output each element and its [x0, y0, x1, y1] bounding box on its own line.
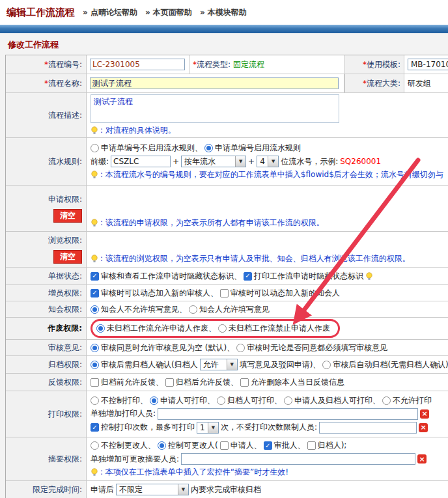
dropdown-arrow-icon [178, 484, 188, 495]
checkbox-feedback-after-archive[interactable] [165, 378, 174, 387]
summary-extra-users-input[interactable] [181, 453, 415, 465]
apply-permission-cell: : 该流程的申请权限，为空表示所有人都有申请该工作流的权限。 [87, 186, 448, 231]
apply-permission-clear-button[interactable]: 清空 [53, 209, 82, 223]
apply-permission-hint: : 该流程的申请权限，为空表示所有人都有申请该工作流的权限。 [91, 217, 448, 228]
row-archive-permission: 归档权限: 审核后需归档人确认(归档人 允许 填写意见及驳回申请)、 审核后自动… [6, 356, 448, 374]
clear-field-icon[interactable]: × [419, 423, 428, 432]
review-opinion-cell: 审核同意时允许审核意见为空 (默认)、 审核时无论是否同意都必须填写审核意见 [87, 340, 448, 355]
row-flow-number: *流程编号: *流程类型: 固定流程 *使用模板: MB-170100 [6, 55, 448, 74]
summary-permission-hint: : 本项仅在工作流表单中插入了宏控件“摘要”时才生效! [91, 467, 448, 478]
summary-permission-cell: 不控制更改人、 控制可更改人( 申请人、 审批人、 归档人); 单独增加可更改摘… [87, 437, 448, 480]
review-opinion-label: 审核意见: [6, 340, 87, 355]
checkbox-hide-status-on-print[interactable] [244, 272, 252, 281]
browse-permission-hint: : 该流程的浏览权限，为空表示只有申请人及审批、知会、归档人有浏览该工作流的权限… [91, 253, 448, 264]
hint-bulb-icon [91, 255, 98, 263]
archive-allow-select[interactable]: 允许 [200, 359, 238, 370]
clear-field-icon[interactable]: × [420, 409, 429, 419]
flow-number-cell [87, 55, 189, 74]
radio-review-must-fill[interactable] [236, 344, 245, 352]
page-header: 编辑工作流流程 » 点晴论坛帮助 » 本页面帮助 » 本模块帮助 [0, 0, 448, 25]
serial-rule-cell: 申请单编号不启用流水规则、 申请单编号启用流水规则 前缀: + 按年流水 + 4… [87, 138, 448, 185]
notify-permission-cell: 知会人不允许填写意见、 知会人允许填写意见 [87, 301, 448, 317]
summary-permission-label: 摘要权限: [6, 437, 87, 480]
checkbox-hide-status-on-review[interactable] [91, 272, 99, 281]
description-cell: 测试子流程 : 对流程的具体说明。 [87, 93, 448, 137]
radio-review-allow-empty[interactable] [91, 344, 99, 352]
doc-status-label: 单据状态: [6, 268, 87, 284]
row-feedback-permission: 反馈权限: 归档前允许反馈、 归档后允许反馈、 允许删除本人当日反馈信息 [6, 374, 448, 391]
print-permission-cell: 不控制打印、 申请人可打印、 归档人可打印、 申请人及归档人可打印、 不允许打印… [87, 391, 448, 437]
radio-serial-off[interactable] [91, 144, 99, 152]
description-textarea[interactable]: 测试子流程 [91, 94, 339, 123]
breadcrumb-page-help[interactable]: » 本页面帮助 [145, 7, 192, 18]
browse-permission-label: 浏览权限: 清空 [6, 232, 87, 267]
checkbox-summary-approver[interactable] [264, 441, 272, 450]
checkbox-summary-archiver[interactable] [307, 441, 316, 450]
row-description: 流程描述: 测试子流程 : 对流程的具体说明。 [6, 93, 448, 138]
description-label: 流程描述: [6, 93, 87, 137]
radio-print-applicant[interactable] [150, 396, 158, 405]
print-unlimited-users-input[interactable] [319, 422, 417, 434]
feedback-permission-label: 反馈权限: [6, 374, 87, 391]
hint-bulb-icon [91, 468, 98, 477]
browse-permission-cell: : 该流程的浏览权限，为空表示只有申请人及审批、知会、归档人有浏览该工作流的权限… [87, 232, 448, 267]
flow-category-cell: 研发组 [404, 74, 448, 92]
breadcrumb-forum-help[interactable]: » 点晴论坛帮助 [83, 7, 137, 18]
serial-digits-select[interactable]: 4 [257, 156, 279, 167]
clear-field-icon[interactable]: × [417, 454, 427, 463]
doc-status-cell: 审核和查看工作流申请时隐藏状态标识、 打印工作流申请时隐藏状态标识 [87, 268, 448, 284]
checkbox-print-count-limit[interactable] [91, 423, 99, 432]
radio-summary-controlled[interactable] [158, 441, 166, 450]
row-doc-status: 单据状态: 审核和查看工作流申请时隐藏状态标识、 打印工作流申请时隐藏状态标识 [6, 268, 448, 285]
template-select[interactable]: MB-170100 [408, 59, 448, 70]
checkbox-add-notified[interactable] [220, 289, 229, 297]
checkbox-summary-applicant[interactable] [220, 441, 229, 450]
checkbox-feedback-delete-own[interactable] [240, 378, 249, 387]
checkbox-add-reviewer[interactable] [91, 289, 99, 297]
breadcrumb-module-help[interactable]: » 本模块帮助 [200, 7, 247, 18]
serial-prefix-input[interactable] [111, 156, 171, 167]
flow-name-cell [87, 74, 344, 92]
flow-number-input[interactable] [90, 59, 185, 70]
row-browse-permission: 浏览权限: 清空 : 该流程的浏览权限，为空表示只有申请人及审批、知会、归档人有… [6, 232, 448, 268]
flow-name-label: *流程名称: [6, 74, 87, 92]
radio-archive-auto[interactable] [322, 361, 331, 369]
radio-print-both[interactable] [284, 396, 292, 405]
time-limit-cell: 申请后 不限定 内要求完成审核归档 [87, 481, 448, 498]
radio-notify-allow-comment[interactable] [189, 305, 197, 314]
row-add-member: 增员权限: 审核时可以动态加入新的审核人、 审核时可以动态加入新的知会人 [6, 285, 448, 301]
edit-workflow-page: 编辑工作流流程 » 点晴论坛帮助 » 本页面帮助 » 本模块帮助 修改工作流程 … [0, 0, 448, 498]
flow-name-input[interactable] [90, 77, 339, 89]
radio-serial-on[interactable] [204, 144, 213, 152]
radio-void-allow[interactable] [96, 324, 105, 333]
row-notify-permission: 知会权限: 知会人不允许填写意见、 知会人允许填写意见 [6, 301, 448, 318]
dropdown-arrow-icon [208, 422, 218, 433]
radio-print-forbid[interactable] [382, 396, 391, 405]
print-count-select[interactable]: 1 [197, 422, 219, 434]
radio-print-archiver[interactable] [217, 396, 225, 405]
row-serial-rule: 流水规则: 申请单编号不启用流水规则、 申请单编号启用流水规则 前缀: + 按年… [6, 138, 448, 186]
row-review-opinion: 审核意见: 审核同意时允许审核意见为空 (默认)、 审核时无论是否同意都必须填写… [6, 340, 448, 356]
template-label: *使用模板: [344, 55, 404, 74]
archive-permission-cell: 审核后需归档人确认(归档人 允许 填写意见及驳回申请)、 审核后自动归档(无需归… [87, 356, 448, 373]
dropdown-arrow-icon [268, 156, 278, 167]
void-permission-highlight-box: 未归档工作流允许申请人作废、 未归档工作流禁止申请人作废 [91, 319, 340, 338]
time-limit-select[interactable]: 不限定 [116, 484, 189, 495]
radio-print-uncontrolled[interactable] [91, 396, 99, 405]
hint-bulb-icon[interactable] [365, 272, 373, 281]
print-extra-users-input[interactable] [158, 408, 418, 420]
radio-notify-no-comment[interactable] [91, 305, 99, 314]
void-permission-label: 作废权限: [6, 318, 87, 339]
browse-permission-clear-button[interactable]: 清空 [53, 250, 82, 264]
hint-bulb-icon [91, 219, 98, 227]
checkbox-feedback-before-archive[interactable] [91, 378, 99, 387]
feedback-permission-cell: 归档前允许反馈、 归档后允许反馈、 允许删除本人当日反馈信息 [87, 374, 448, 391]
radio-void-forbid[interactable] [218, 324, 227, 333]
serial-rule-label: 流水规则: [6, 138, 87, 185]
serial-rule-hint: : 本流程流水号的编号规则，要在对应的工作流表单中插入$flowid$后才会生效… [91, 169, 448, 180]
serial-mode-select[interactable]: 按年流水 [181, 156, 246, 167]
row-summary-permission: 摘要权限: 不控制更改人、 控制可更改人( 申请人、 审批人、 归档人); 单独… [6, 437, 448, 481]
radio-archive-confirm[interactable] [91, 361, 99, 369]
radio-summary-uncontrolled[interactable] [91, 441, 99, 450]
flow-number-label: *流程编号: [6, 55, 87, 74]
